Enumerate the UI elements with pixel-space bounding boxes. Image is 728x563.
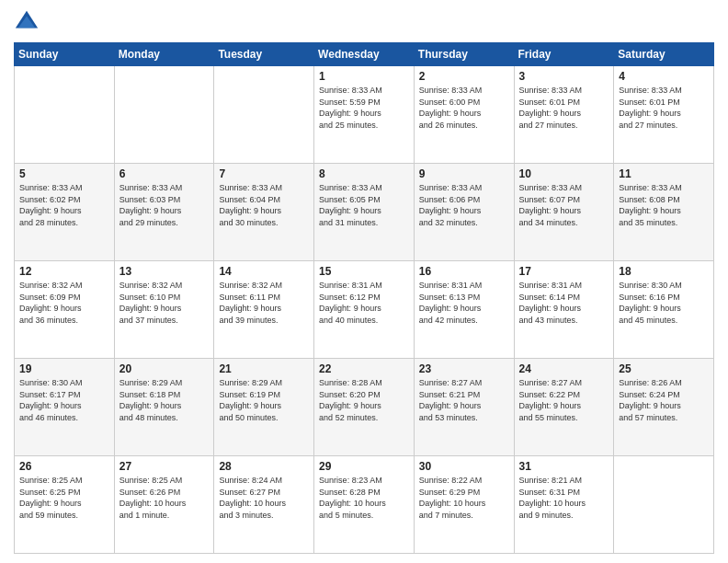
day-info: Sunrise: 8:22 AM Sunset: 6:29 PM Dayligh… xyxy=(419,475,509,521)
logo xyxy=(14,9,43,35)
day-info: Sunrise: 8:33 AM Sunset: 6:03 PM Dayligh… xyxy=(119,182,210,228)
day-number: 6 xyxy=(119,167,210,180)
day-info: Sunrise: 8:28 AM Sunset: 6:20 PM Dayligh… xyxy=(319,377,409,423)
day-info: Sunrise: 8:32 AM Sunset: 6:10 PM Dayligh… xyxy=(119,280,210,326)
day-info: Sunrise: 8:33 AM Sunset: 6:01 PM Dayligh… xyxy=(619,85,709,131)
weekday-header: Wednesday xyxy=(314,43,415,66)
calendar-cell: 2Sunrise: 8:33 AM Sunset: 6:00 PM Daylig… xyxy=(414,66,514,164)
day-info: Sunrise: 8:21 AM Sunset: 6:31 PM Dayligh… xyxy=(519,475,609,521)
day-info: Sunrise: 8:23 AM Sunset: 6:28 PM Dayligh… xyxy=(319,475,409,521)
day-number: 5 xyxy=(19,167,109,180)
day-info: Sunrise: 8:33 AM Sunset: 6:00 PM Dayligh… xyxy=(419,85,509,131)
day-info: Sunrise: 8:33 AM Sunset: 6:07 PM Dayligh… xyxy=(519,182,609,228)
day-info: Sunrise: 8:33 AM Sunset: 6:05 PM Dayligh… xyxy=(319,182,409,228)
logo-icon xyxy=(14,9,40,35)
calendar-cell: 22Sunrise: 8:28 AM Sunset: 6:20 PM Dayli… xyxy=(314,359,415,456)
calendar-cell: 13Sunrise: 8:32 AM Sunset: 6:10 PM Dayli… xyxy=(114,261,214,359)
day-number: 3 xyxy=(519,70,609,83)
day-info: Sunrise: 8:29 AM Sunset: 6:18 PM Dayligh… xyxy=(119,377,210,423)
calendar-week-row: 5Sunrise: 8:33 AM Sunset: 6:02 PM Daylig… xyxy=(15,164,714,261)
calendar-cell: 8Sunrise: 8:33 AM Sunset: 6:05 PM Daylig… xyxy=(314,164,415,261)
page: SundayMondayTuesdayWednesdayThursdayFrid… xyxy=(0,0,728,563)
day-number: 13 xyxy=(119,265,210,278)
calendar-cell xyxy=(15,66,115,164)
day-number: 28 xyxy=(219,460,309,473)
day-number: 19 xyxy=(19,362,109,375)
day-info: Sunrise: 8:27 AM Sunset: 6:22 PM Dayligh… xyxy=(519,377,609,423)
calendar-cell: 27Sunrise: 8:25 AM Sunset: 6:26 PM Dayli… xyxy=(114,456,214,554)
day-info: Sunrise: 8:31 AM Sunset: 6:13 PM Dayligh… xyxy=(419,280,509,326)
calendar-cell: 11Sunrise: 8:33 AM Sunset: 6:08 PM Dayli… xyxy=(614,164,714,261)
day-number: 18 xyxy=(619,265,709,278)
calendar-cell: 23Sunrise: 8:27 AM Sunset: 6:21 PM Dayli… xyxy=(414,359,514,456)
calendar-cell: 17Sunrise: 8:31 AM Sunset: 6:14 PM Dayli… xyxy=(514,261,614,359)
day-number: 14 xyxy=(219,265,309,278)
calendar-table: SundayMondayTuesdayWednesdayThursdayFrid… xyxy=(14,42,714,554)
day-number: 12 xyxy=(19,265,109,278)
calendar-week-row: 19Sunrise: 8:30 AM Sunset: 6:17 PM Dayli… xyxy=(15,359,714,456)
calendar-week-row: 12Sunrise: 8:32 AM Sunset: 6:09 PM Dayli… xyxy=(15,261,714,359)
weekday-header: Saturday xyxy=(614,43,714,66)
calendar-cell: 4Sunrise: 8:33 AM Sunset: 6:01 PM Daylig… xyxy=(614,66,714,164)
weekday-header: Tuesday xyxy=(214,43,314,66)
calendar-week-row: 26Sunrise: 8:25 AM Sunset: 6:25 PM Dayli… xyxy=(15,456,714,554)
day-number: 31 xyxy=(519,460,609,473)
day-number: 10 xyxy=(519,167,609,180)
day-info: Sunrise: 8:33 AM Sunset: 6:06 PM Dayligh… xyxy=(419,182,509,228)
calendar-cell: 25Sunrise: 8:26 AM Sunset: 6:24 PM Dayli… xyxy=(614,359,714,456)
calendar-cell: 6Sunrise: 8:33 AM Sunset: 6:03 PM Daylig… xyxy=(114,164,214,261)
calendar-cell xyxy=(614,456,714,554)
day-info: Sunrise: 8:32 AM Sunset: 6:09 PM Dayligh… xyxy=(19,280,109,326)
day-number: 27 xyxy=(119,460,210,473)
day-number: 29 xyxy=(319,460,409,473)
day-info: Sunrise: 8:33 AM Sunset: 6:01 PM Dayligh… xyxy=(519,85,609,131)
calendar-cell: 18Sunrise: 8:30 AM Sunset: 6:16 PM Dayli… xyxy=(614,261,714,359)
day-info: Sunrise: 8:31 AM Sunset: 6:14 PM Dayligh… xyxy=(519,280,609,326)
calendar-cell: 1Sunrise: 8:33 AM Sunset: 5:59 PM Daylig… xyxy=(314,66,415,164)
calendar-cell: 7Sunrise: 8:33 AM Sunset: 6:04 PM Daylig… xyxy=(214,164,314,261)
day-info: Sunrise: 8:33 AM Sunset: 6:08 PM Dayligh… xyxy=(619,182,709,228)
day-info: Sunrise: 8:31 AM Sunset: 6:12 PM Dayligh… xyxy=(319,280,409,326)
day-number: 17 xyxy=(519,265,609,278)
day-info: Sunrise: 8:27 AM Sunset: 6:21 PM Dayligh… xyxy=(419,377,509,423)
calendar-cell: 28Sunrise: 8:24 AM Sunset: 6:27 PM Dayli… xyxy=(214,456,314,554)
day-number: 1 xyxy=(319,70,409,83)
day-number: 8 xyxy=(319,167,409,180)
day-info: Sunrise: 8:33 AM Sunset: 6:02 PM Dayligh… xyxy=(19,182,109,228)
day-number: 4 xyxy=(619,70,709,83)
day-number: 22 xyxy=(319,362,409,375)
day-info: Sunrise: 8:25 AM Sunset: 6:25 PM Dayligh… xyxy=(19,475,109,521)
weekday-header: Friday xyxy=(514,43,614,66)
day-number: 15 xyxy=(319,265,409,278)
calendar-cell: 14Sunrise: 8:32 AM Sunset: 6:11 PM Dayli… xyxy=(214,261,314,359)
day-number: 2 xyxy=(419,70,509,83)
calendar-cell: 15Sunrise: 8:31 AM Sunset: 6:12 PM Dayli… xyxy=(314,261,415,359)
day-info: Sunrise: 8:33 AM Sunset: 6:04 PM Dayligh… xyxy=(219,182,309,228)
day-info: Sunrise: 8:29 AM Sunset: 6:19 PM Dayligh… xyxy=(219,377,309,423)
calendar-cell: 12Sunrise: 8:32 AM Sunset: 6:09 PM Dayli… xyxy=(15,261,115,359)
day-number: 26 xyxy=(19,460,109,473)
calendar-cell: 3Sunrise: 8:33 AM Sunset: 6:01 PM Daylig… xyxy=(514,66,614,164)
day-number: 11 xyxy=(619,167,709,180)
calendar-cell: 30Sunrise: 8:22 AM Sunset: 6:29 PM Dayli… xyxy=(414,456,514,554)
day-number: 21 xyxy=(219,362,309,375)
calendar-cell: 21Sunrise: 8:29 AM Sunset: 6:19 PM Dayli… xyxy=(214,359,314,456)
day-number: 7 xyxy=(219,167,309,180)
calendar-cell xyxy=(114,66,214,164)
calendar-cell: 20Sunrise: 8:29 AM Sunset: 6:18 PM Dayli… xyxy=(114,359,214,456)
day-number: 23 xyxy=(419,362,509,375)
calendar-cell: 19Sunrise: 8:30 AM Sunset: 6:17 PM Dayli… xyxy=(15,359,115,456)
weekday-header: Monday xyxy=(114,43,214,66)
day-info: Sunrise: 8:26 AM Sunset: 6:24 PM Dayligh… xyxy=(619,377,709,423)
calendar-header-row: SundayMondayTuesdayWednesdayThursdayFrid… xyxy=(15,43,714,66)
calendar-cell: 5Sunrise: 8:33 AM Sunset: 6:02 PM Daylig… xyxy=(15,164,115,261)
calendar-cell: 10Sunrise: 8:33 AM Sunset: 6:07 PM Dayli… xyxy=(514,164,614,261)
calendar-cell: 16Sunrise: 8:31 AM Sunset: 6:13 PM Dayli… xyxy=(414,261,514,359)
calendar-cell: 9Sunrise: 8:33 AM Sunset: 6:06 PM Daylig… xyxy=(414,164,514,261)
day-number: 24 xyxy=(519,362,609,375)
day-number: 25 xyxy=(619,362,709,375)
day-number: 16 xyxy=(419,265,509,278)
weekday-header: Thursday xyxy=(414,43,514,66)
day-number: 20 xyxy=(119,362,210,375)
calendar-cell: 31Sunrise: 8:21 AM Sunset: 6:31 PM Dayli… xyxy=(514,456,614,554)
